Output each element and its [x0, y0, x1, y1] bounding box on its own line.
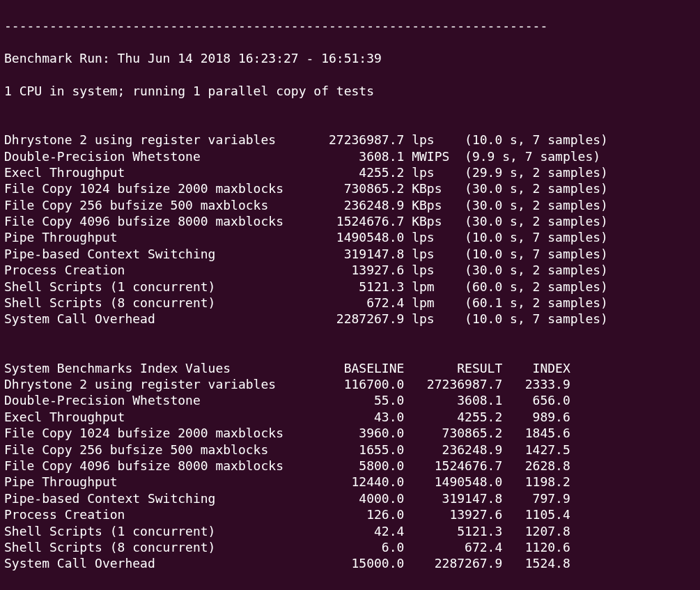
results-block: Dhrystone 2 using register variables 272…: [4, 132, 696, 327]
index-row: Shell Scripts (8 concurrent) 6.0 672.4 1…: [4, 539, 696, 555]
benchmark-run-header: Benchmark Run: Thu Jun 14 2018 16:23:27 …: [4, 50, 696, 66]
cpu-info-header: 1 CPU in system; running 1 parallel copy…: [4, 83, 696, 99]
index-row: Process Creation 126.0 13927.6 1105.4: [4, 506, 696, 522]
index-row: Pipe-based Context Switching 4000.0 3191…: [4, 490, 696, 506]
index-block: System Benchmarks Index Values BASELINE …: [4, 360, 696, 572]
index-row: Execl Throughput 43.0 4255.2 989.6: [4, 409, 696, 425]
terminal-output[interactable]: ----------------------------------------…: [0, 0, 700, 590]
result-row: Shell Scripts (1 concurrent) 5121.3 lpm …: [4, 279, 696, 295]
result-row: Double-Precision Whetstone 3608.1 MWIPS …: [4, 148, 696, 164]
result-row: Shell Scripts (8 concurrent) 672.4 lpm (…: [4, 295, 696, 311]
result-row: Execl Throughput 4255.2 lps (29.9 s, 2 s…: [4, 164, 696, 180]
separator-top: ----------------------------------------…: [4, 17, 696, 33]
index-row: Pipe Throughput 12440.0 1490548.0 1198.2: [4, 474, 696, 490]
index-row: Double-Precision Whetstone 55.0 3608.1 6…: [4, 392, 696, 408]
result-row: System Call Overhead 2287267.9 lps (10.0…: [4, 311, 696, 327]
index-row: File Copy 4096 bufsize 8000 maxblocks 58…: [4, 458, 696, 474]
result-row: Dhrystone 2 using register variables 272…: [4, 132, 696, 148]
result-row: File Copy 256 bufsize 500 maxblocks 2362…: [4, 197, 696, 213]
index-row: File Copy 256 bufsize 500 maxblocks 1655…: [4, 442, 696, 458]
index-header-row: System Benchmarks Index Values BASELINE …: [4, 360, 696, 376]
index-row: Shell Scripts (1 concurrent) 42.4 5121.3…: [4, 523, 696, 539]
result-row: Process Creation 13927.6 lps (30.0 s, 2 …: [4, 262, 696, 278]
index-row: Dhrystone 2 using register variables 116…: [4, 376, 696, 392]
result-row: File Copy 4096 bufsize 8000 maxblocks 15…: [4, 213, 696, 229]
result-row: Pipe-based Context Switching 319147.8 lp…: [4, 246, 696, 262]
result-row: Pipe Throughput 1490548.0 lps (10.0 s, 7…: [4, 229, 696, 245]
index-row: File Copy 1024 bufsize 2000 maxblocks 39…: [4, 425, 696, 441]
index-row: System Call Overhead 15000.0 2287267.9 1…: [4, 555, 696, 571]
result-row: File Copy 1024 bufsize 2000 maxblocks 73…: [4, 180, 696, 196]
